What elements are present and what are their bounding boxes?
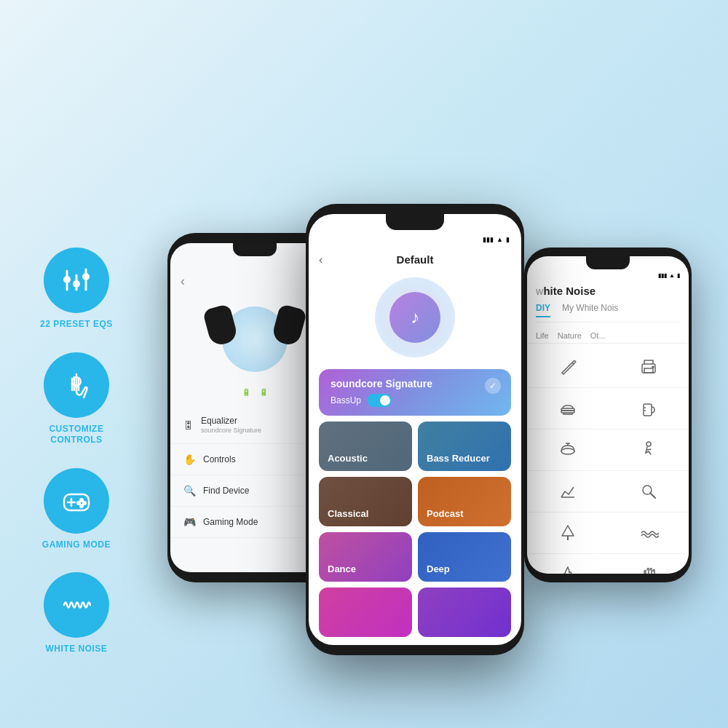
center-phone-screen: ▮▮▮ ▲ ▮ ‹ Default ♪ <box>309 214 521 645</box>
svg-point-21 <box>561 448 574 454</box>
wn-icon-chart[interactable] <box>527 471 608 513</box>
wn-icon-dish[interactable] <box>527 430 608 471</box>
toggle-knob <box>380 395 390 405</box>
svg-point-26 <box>643 486 652 494</box>
svg-rect-18 <box>561 411 574 413</box>
wn-icon-magnify[interactable] <box>608 471 689 513</box>
controls-menu-icon: ✋ <box>183 454 196 465</box>
eq-tile-bottom1[interactable] <box>319 587 412 637</box>
fire-icon <box>558 564 578 574</box>
right-battery: ▮ <box>677 272 680 279</box>
svg-point-11 <box>83 502 86 505</box>
equalizer-icon <box>60 264 93 297</box>
preset-eqs-circle <box>44 248 109 313</box>
acoustic-label: Acoustic <box>328 453 368 464</box>
eq-tile-bass-reducer[interactable]: Bass Reducer <box>418 422 511 471</box>
waveform-icon <box>60 588 93 622</box>
gaming-circle <box>44 468 109 534</box>
dish-icon <box>558 440 578 460</box>
center-status-icons: ▮▮▮ ▲ ▮ <box>309 233 521 246</box>
feature-customize-controls: CUSTOMIZECONTROLS <box>44 352 109 446</box>
tab-diy[interactable]: DIY <box>536 303 550 317</box>
subtab-nature[interactable]: Nature <box>558 331 582 340</box>
signal-bars: ▮▮▮ <box>483 236 494 243</box>
phone-center: ▮▮▮ ▲ ▮ ‹ Default ♪ <box>306 204 524 655</box>
right-signal: ▮▮▮ <box>658 272 667 279</box>
hand-icon <box>638 564 659 574</box>
center-header: ‹ Default <box>309 246 521 270</box>
eq-tiles-grid: Acoustic Bass Reducer Classical Podcast … <box>309 422 521 637</box>
wn-icon-fire[interactable] <box>527 554 608 574</box>
wn-icon-pen[interactable] <box>527 347 608 388</box>
deep-label: Deep <box>427 563 450 574</box>
wn-icon-printer[interactable] <box>608 347 689 388</box>
equalizer-label: Equalizer <box>201 416 261 426</box>
white-noise-label: WHITE NOISE <box>46 644 108 655</box>
printer-icon <box>638 357 659 377</box>
battery-left-icon: 🔋 <box>242 388 250 396</box>
eq-tile-bottom2[interactable] <box>418 587 511 637</box>
left-phone-notch <box>233 243 277 256</box>
feature-gaming-mode: GAMING MODE <box>42 468 111 551</box>
music-note-icon: ♪ <box>411 307 419 328</box>
white-noise-icon-grid <box>527 344 689 574</box>
right-wifi: ▲ <box>669 272 675 279</box>
eq-tile-dance[interactable]: Dance <box>319 532 412 582</box>
podcast-label: Podcast <box>427 508 464 519</box>
bassup-toggle[interactable] <box>367 394 392 407</box>
controls-label: Controls <box>203 454 236 464</box>
eq-outer-ring: ♪ <box>375 277 455 357</box>
wn-icon-person[interactable] <box>608 430 689 471</box>
center-screen-title: Default <box>397 253 434 266</box>
svg-line-27 <box>651 494 655 498</box>
title-w: W <box>536 288 543 296</box>
eq-tile-podcast[interactable]: Podcast <box>418 477 511 526</box>
equalizer-menu-text: Equalizer soundcore Signature <box>201 416 261 434</box>
customize-circle <box>44 352 109 418</box>
battery-status: ▮ <box>506 236 510 243</box>
svg-rect-15 <box>644 368 653 373</box>
svg-point-24 <box>646 442 651 446</box>
dance-label: Dance <box>328 563 356 574</box>
title-rest: hite Noise <box>543 285 596 297</box>
wn-icon-beer[interactable] <box>608 388 689 430</box>
find-device-label: Find Device <box>203 486 249 496</box>
svg-point-13 <box>80 505 83 507</box>
center-phone-notch <box>386 214 444 230</box>
wn-icon-hand[interactable] <box>608 554 689 574</box>
eq-visual-area: ♪ <box>309 270 521 365</box>
tab-my-white-noise[interactable]: My White Nois <box>562 303 618 317</box>
phones-container: ▮ ▲ ▮ ‹ 🔋 🔋 🎛 <box>167 204 692 699</box>
eq-tile-deep[interactable]: Deep <box>418 532 511 582</box>
gaming-mode-label-menu: Gaming Mode <box>203 517 258 527</box>
right-phone-notch <box>586 256 630 269</box>
white-noise-circle <box>44 572 109 638</box>
preset-eqs-label: 22 PRESET EQS <box>40 319 113 331</box>
wn-icon-wave[interactable] <box>608 513 689 554</box>
feature-white-noise: WHITE NOISE <box>44 572 109 655</box>
burger-icon <box>558 398 578 419</box>
right-phone-content: ▮▮▮ ▲ ▮ White Noise DIY My White Nois Li… <box>527 256 689 574</box>
subtab-other[interactable]: Ot... <box>590 331 606 340</box>
chart-icon <box>558 481 578 502</box>
gaming-mode-label: GAMING MODE <box>42 539 111 551</box>
beer-icon <box>638 398 659 419</box>
wn-icon-food[interactable] <box>527 388 608 430</box>
tree-icon <box>558 523 578 543</box>
svg-point-3 <box>64 277 70 282</box>
eq-tile-acoustic[interactable]: Acoustic <box>319 422 412 471</box>
pen-icon <box>558 357 578 377</box>
soundcore-signature-label: soundcore Signature <box>331 378 499 389</box>
eq-tile-classical[interactable]: Classical <box>319 477 412 526</box>
equalizer-menu-icon: 🎛 <box>183 419 194 431</box>
eq-inner-circle: ♪ <box>389 292 440 343</box>
bassup-row: BassUp <box>331 394 499 407</box>
wn-icon-tree[interactable] <box>527 513 608 554</box>
center-back-button[interactable]: ‹ <box>319 253 323 266</box>
svg-point-4 <box>74 281 79 287</box>
bass-reducer-label: Bass Reducer <box>427 453 490 464</box>
soundcore-signature-card[interactable]: ✓ soundcore Signature BassUp <box>319 369 511 416</box>
features-panel: 22 PRESET EQS CUSTOMIZECONTROLS <box>40 248 113 655</box>
subtab-life[interactable]: Life <box>536 331 549 340</box>
battery-case-icon: 🔋 <box>259 388 268 396</box>
